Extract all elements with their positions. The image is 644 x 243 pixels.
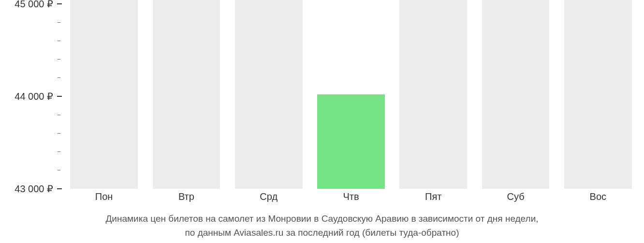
y-minor-tick	[58, 133, 60, 134]
caption-line-2: по данным Aviasales.ru за последний год …	[185, 228, 459, 238]
bar-wed	[235, 0, 303, 189]
x-label-wed: Срд	[228, 191, 310, 202]
plot-area	[63, 0, 639, 189]
y-minor-tick	[58, 152, 60, 152]
y-tick-label: 45 000 ₽	[15, 0, 53, 10]
y-axis: 43 000 ₽ 44 000 ₽ 45 000 ₽	[0, 0, 58, 189]
y-tick-mark	[57, 96, 62, 97]
bar-tue	[153, 0, 220, 189]
y-tick-mark	[57, 188, 62, 189]
bar-slot-thu	[310, 0, 392, 189]
bar-slot-sun	[557, 0, 639, 189]
bar-fri	[399, 0, 467, 189]
x-label-mon: Пон	[63, 191, 145, 202]
y-tick-mark	[57, 3, 62, 4]
bar-slot-sat	[474, 0, 556, 189]
y-minor-tick	[58, 41, 60, 41]
x-axis: Пон Втр Срд Чтв Пят Суб Вос	[63, 191, 639, 202]
bar-mon	[70, 0, 138, 189]
bar-slot-fri	[392, 0, 474, 189]
y-tick-label: 43 000 ₽	[15, 183, 53, 195]
y-minor-tick	[58, 115, 60, 115]
x-label-sun: Вос	[557, 191, 639, 202]
x-label-sat: Суб	[474, 191, 556, 202]
bar-slot-mon	[63, 0, 145, 189]
y-minor-tick	[58, 77, 60, 78]
bar-sat	[482, 0, 550, 189]
bar-slot-tue	[145, 0, 227, 189]
x-label-fri: Пят	[392, 191, 474, 202]
bar-slot-wed	[228, 0, 310, 189]
y-minor-tick	[58, 22, 60, 23]
price-by-weekday-chart: 43 000 ₽ 44 000 ₽ 45 000 ₽	[0, 0, 644, 243]
caption-line-1: Динамика цен билетов на самолет из Монро…	[105, 213, 538, 224]
bar-thu	[317, 94, 385, 189]
x-label-thu: Чтв	[310, 191, 392, 202]
y-minor-tick	[58, 59, 60, 60]
bar-sun	[564, 0, 632, 189]
y-tick-label: 44 000 ₽	[15, 91, 53, 102]
y-minor-tick	[58, 170, 60, 170]
chart-caption: Динамика цен билетов на самолет из Монро…	[0, 212, 644, 240]
x-label-tue: Втр	[145, 191, 227, 202]
